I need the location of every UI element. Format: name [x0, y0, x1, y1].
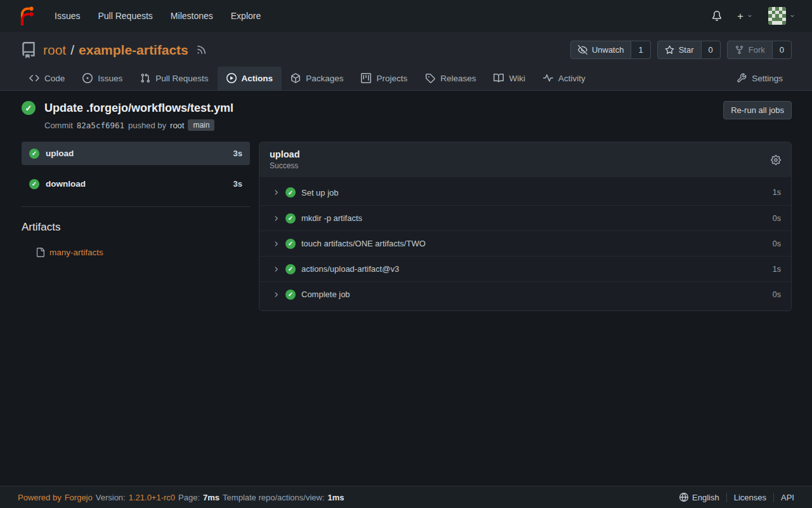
version-link[interactable]: 1.21.0+1-rc0: [129, 493, 175, 502]
run-success-icon: ✓: [22, 101, 36, 115]
chevron-right-icon: [272, 215, 280, 222]
nav-issues[interactable]: Issues: [46, 6, 89, 26]
tab-pull-requests[interactable]: Pull Requests: [131, 67, 217, 90]
step-duration: 0s: [773, 239, 781, 248]
repo-owner-link[interactable]: root: [43, 43, 66, 58]
stars-count[interactable]: 0: [702, 41, 721, 59]
job-steps-list: ✓ Set up job 1s ✓ mkdir -p artifacts 0s …: [259, 177, 791, 311]
tab-issues[interactable]: Issues: [74, 67, 131, 90]
template-time-label: Template repo/actions/view:: [223, 493, 324, 502]
star-button[interactable]: Star: [657, 41, 702, 59]
tab-code[interactable]: Code: [20, 67, 74, 90]
step-row-upload-artifact[interactable]: ✓ actions/upload-artifact@v3 1s: [259, 256, 791, 281]
nav-milestones[interactable]: Milestones: [162, 6, 222, 26]
commit-sha-link[interactable]: 82a5cf6961: [77, 121, 124, 130]
artifact-item: many-artifacts: [22, 248, 250, 257]
tab-releases[interactable]: Releases: [416, 67, 485, 90]
run-titles: Update .forgejo/workflows/test.yml Commi…: [44, 101, 233, 131]
step-row-mkdir[interactable]: ✓ mkdir -p artifacts 0s: [259, 205, 791, 231]
forgejo-logo-icon: [16, 6, 36, 25]
create-new-button[interactable]: +: [737, 11, 753, 22]
repo-name-link[interactable]: example-artifacts: [79, 43, 188, 58]
repo-breadcrumb: root / example-artifacts: [43, 43, 188, 58]
watchers-count[interactable]: 1: [631, 41, 650, 59]
user-menu-button[interactable]: [768, 7, 796, 25]
unwatch-button[interactable]: Unwatch: [570, 41, 632, 59]
chevron-right-icon: [272, 291, 280, 298]
pulse-icon: [543, 73, 553, 83]
tab-packages[interactable]: Packages: [282, 67, 352, 90]
footer-left: Powered by Forgejo Version: 1.21.0+1-rc0…: [18, 493, 344, 502]
licenses-link[interactable]: Licenses: [726, 493, 773, 502]
repo-action-buttons: Unwatch 1 Star 0 Fork 0: [570, 41, 792, 59]
code-icon: [29, 73, 39, 83]
step-duration: 1s: [773, 265, 781, 274]
step-duration: 1s: [773, 188, 781, 197]
issue-icon: [82, 73, 93, 83]
forgejo-link[interactable]: Forgejo: [65, 493, 93, 502]
navbar-right: +: [712, 7, 796, 25]
pusher-link[interactable]: root: [170, 121, 184, 130]
artifacts-heading: Artifacts: [22, 221, 250, 234]
tab-code-label: Code: [44, 74, 65, 83]
app-root: Issues Pull Requests Milestones Explore …: [0, 0, 812, 508]
page-time-value: 7ms: [203, 493, 219, 502]
artifact-download-link[interactable]: many-artifacts: [49, 248, 103, 257]
job-item-upload[interactable]: ✓ upload 3s: [22, 142, 250, 165]
step-success-icon: ✓: [285, 187, 296, 197]
tab-wiki[interactable]: Wiki: [485, 67, 534, 90]
fork-button-group: Fork 0: [727, 41, 792, 59]
tab-activity[interactable]: Activity: [534, 67, 594, 90]
commit-label: Commit: [44, 121, 73, 130]
repo-title-row: root / example-artifacts Unwatch 1: [20, 41, 792, 59]
step-success-icon: ✓: [285, 239, 296, 249]
nav-explore[interactable]: Explore: [222, 6, 270, 26]
step-row-touch[interactable]: ✓ touch artifacts/ONE artifacts/TWO 0s: [259, 231, 791, 256]
repo-tabs: Code Issues Pull Requests Actions Packag…: [20, 67, 792, 90]
tab-issues-label: Issues: [98, 74, 122, 83]
fork-button[interactable]: Fork: [727, 41, 773, 59]
globe-icon: [679, 493, 688, 502]
language-selector[interactable]: English: [672, 493, 726, 502]
fork-label: Fork: [749, 45, 765, 55]
step-name: touch artifacts/ONE artifacts/TWO: [301, 239, 426, 248]
job-options-gear-icon[interactable]: [771, 155, 781, 165]
repo-icon: [20, 42, 37, 58]
tab-activity-label: Activity: [558, 74, 586, 83]
step-duration: 0s: [773, 214, 781, 223]
tab-actions-label: Actions: [242, 74, 273, 83]
branch-badge[interactable]: main: [188, 119, 214, 131]
star-label: Star: [679, 45, 694, 55]
project-board-icon: [361, 73, 371, 83]
top-navbar: Issues Pull Requests Milestones Explore …: [0, 0, 812, 32]
tab-releases-label: Releases: [440, 74, 476, 83]
pushed-by-label: pushed by: [128, 121, 166, 130]
chevron-down-icon: [747, 13, 753, 19]
forgejo-logo[interactable]: [16, 6, 36, 25]
api-link[interactable]: API: [773, 493, 794, 502]
tab-actions[interactable]: Actions: [218, 67, 282, 90]
nav-pull-requests[interactable]: Pull Requests: [89, 6, 161, 26]
page-footer: Powered by Forgejo Version: 1.21.0+1-rc0…: [0, 486, 812, 508]
rss-icon[interactable]: [196, 44, 207, 55]
step-name: mkdir -p artifacts: [301, 213, 362, 223]
forks-count[interactable]: 0: [773, 41, 792, 59]
job-item-download[interactable]: ✓ download 3s: [22, 172, 250, 196]
notifications-button[interactable]: [712, 11, 722, 21]
api-label: API: [781, 493, 794, 502]
job-duration: 3s: [233, 149, 242, 158]
job-name: upload: [46, 149, 74, 158]
job-detail-title: upload: [270, 149, 300, 159]
chevron-right-icon: [272, 240, 280, 248]
star-button-group: Star 0: [657, 41, 721, 59]
tab-settings[interactable]: Settings: [728, 67, 792, 90]
tab-projects[interactable]: Projects: [352, 67, 416, 90]
step-row-set-up-job[interactable]: ✓ Set up job 1s: [259, 180, 791, 205]
actions-run-view: ✓ Update .forgejo/workflows/test.yml Com…: [0, 91, 812, 486]
job-detail-panel: upload Success ✓ Set up job 1s: [259, 142, 792, 311]
powered-by-label[interactable]: Powered by: [18, 493, 62, 502]
rerun-all-jobs-button[interactable]: Re-run all jobs: [723, 101, 792, 119]
step-row-complete-job[interactable]: ✓ Complete job 0s: [259, 281, 791, 307]
eye-slash-icon: [578, 45, 587, 55]
breadcrumb-separator: /: [70, 43, 74, 58]
